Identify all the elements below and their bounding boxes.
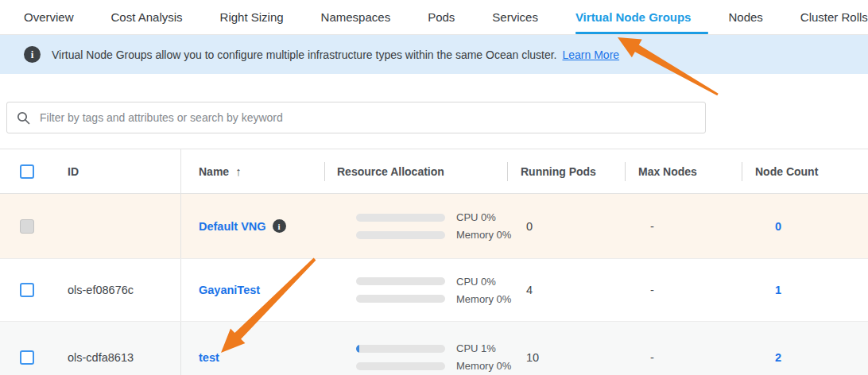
- tab-services[interactable]: Services: [492, 0, 538, 34]
- tab-virtual-node-groups[interactable]: Virtual Node Groups: [575, 0, 692, 34]
- column-header-name-label: Name: [199, 165, 229, 178]
- vng-id: [56, 194, 181, 258]
- info-banner: i Virtual Node Groups allow you to confi…: [0, 35, 868, 74]
- memory-usage-label: Memory 0%: [456, 360, 511, 372]
- filter-search-box[interactable]: [6, 102, 706, 133]
- cpu-usage-bar: [356, 345, 445, 353]
- column-header-node-count[interactable]: Node Count: [742, 149, 868, 193]
- column-header-resource-allocation[interactable]: Resource Allocation: [324, 149, 507, 193]
- cpu-usage-label: CPU 0%: [456, 276, 496, 288]
- row-checkbox: [20, 219, 34, 234]
- running-pods-value: 0: [507, 194, 625, 258]
- vng-table: ID Name ↑ Resource Allocation Running Po…: [0, 149, 868, 375]
- info-icon: i: [24, 46, 41, 63]
- column-header-name[interactable]: Name ↑: [181, 149, 324, 193]
- tab-right-sizing[interactable]: Right Sizing: [220, 0, 284, 34]
- tab-cluster-rolls[interactable]: Cluster Rolls: [800, 0, 868, 34]
- tab-nodes[interactable]: Nodes: [728, 0, 762, 34]
- max-nodes-value: -: [625, 194, 742, 258]
- learn-more-link[interactable]: Learn More: [563, 48, 620, 61]
- tab-namespaces[interactable]: Namespaces: [321, 0, 391, 34]
- row-checkbox[interactable]: [20, 283, 34, 297]
- search-icon: [17, 111, 30, 125]
- vng-name-link[interactable]: Default VNG: [199, 220, 266, 233]
- column-header-id[interactable]: ID: [56, 149, 181, 193]
- memory-usage-bar: [356, 295, 445, 303]
- memory-usage-label: Memory 0%: [456, 229, 511, 241]
- node-count-link[interactable]: 0: [775, 220, 781, 233]
- cpu-usage-label: CPU 1%: [456, 342, 496, 354]
- info-icon[interactable]: i: [273, 219, 286, 233]
- vng-name-link[interactable]: GayaniTest: [199, 284, 260, 296]
- cluster-tab-bar: Overview Cost Analysis Right Sizing Name…: [0, 0, 868, 35]
- column-header-running-pods[interactable]: Running Pods: [507, 149, 625, 193]
- row-checkbox[interactable]: [20, 350, 34, 365]
- banner-text: Virtual Node Groups allow you to configu…: [52, 48, 557, 61]
- tab-pods[interactable]: Pods: [428, 0, 455, 34]
- search-input[interactable]: [38, 110, 696, 125]
- tab-cost-analysis[interactable]: Cost Analysis: [111, 0, 183, 34]
- table-row-test[interactable]: ols-cdfa8613 test CPU 1% Memory 0% 10 - …: [0, 322, 868, 375]
- memory-usage-label: Memory 0%: [456, 293, 511, 305]
- memory-usage-bar: [356, 362, 445, 370]
- max-nodes-value: -: [625, 322, 742, 375]
- running-pods-value: 10: [507, 322, 625, 375]
- sort-ascending-icon[interactable]: ↑: [235, 164, 242, 178]
- table-row-gayanitest[interactable]: ols-ef08676c GayaniTest CPU 0% Memory 0%…: [0, 259, 868, 322]
- vng-name-link[interactable]: test: [199, 351, 219, 364]
- resource-allocation-bars: CPU 0% Memory 0%: [356, 273, 511, 307]
- vng-id: ols-ef08676c: [56, 259, 181, 321]
- resource-allocation-bars: CPU 0% Memory 0%: [356, 210, 511, 243]
- tab-overview[interactable]: Overview: [24, 0, 74, 34]
- table-row-default-vng[interactable]: Default VNG i CPU 0% Memory 0% 0 - 0: [0, 194, 868, 259]
- resource-allocation-bars: CPU 1% Memory 0%: [356, 341, 511, 374]
- running-pods-value: 4: [507, 259, 625, 321]
- table-header-row: ID Name ↑ Resource Allocation Running Po…: [0, 149, 868, 194]
- cpu-usage-bar: [356, 214, 445, 222]
- node-count-link[interactable]: 1: [775, 284, 781, 296]
- cpu-usage-label: CPU 0%: [456, 211, 496, 223]
- select-all-checkbox[interactable]: [20, 164, 34, 179]
- max-nodes-value: -: [625, 259, 742, 321]
- vng-id: ols-cdfa8613: [56, 322, 181, 375]
- column-header-max-nodes[interactable]: Max Nodes: [625, 149, 742, 193]
- memory-usage-bar: [356, 231, 445, 239]
- node-count-link[interactable]: 2: [775, 351, 781, 364]
- cpu-usage-bar: [356, 277, 445, 285]
